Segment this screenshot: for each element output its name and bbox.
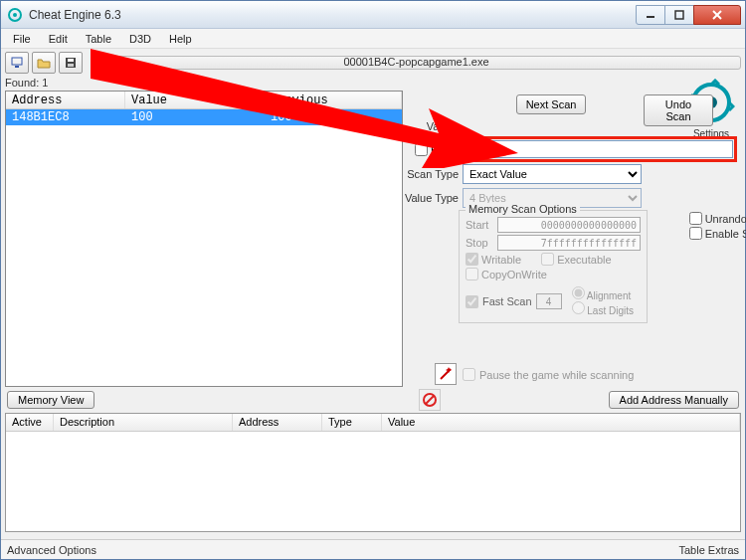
- open-process-button[interactable]: [5, 52, 29, 74]
- result-previous: 100: [265, 109, 402, 125]
- maximize-button[interactable]: [664, 5, 694, 25]
- advanced-options-link[interactable]: Advanced Options: [7, 544, 96, 556]
- executable-checkbox: [541, 253, 554, 266]
- scan-type-label: Scan Type: [403, 168, 463, 180]
- clear-list-button[interactable]: [419, 389, 441, 411]
- col-address[interactable]: Address: [6, 92, 125, 108]
- result-value: 100: [125, 109, 265, 125]
- address-list-table[interactable]: Active Description Address Type Value: [5, 413, 741, 532]
- col-description[interactable]: Description: [54, 414, 233, 431]
- add-address-manually-button[interactable]: Add Address Manually: [609, 391, 739, 409]
- fastscan-input: [536, 293, 562, 309]
- open-file-button[interactable]: [32, 52, 56, 74]
- menu-d3d[interactable]: D3D: [121, 31, 159, 47]
- menu-edit[interactable]: Edit: [41, 31, 76, 47]
- value-input[interactable]: [457, 140, 733, 158]
- window-title: Cheat Engine 6.3: [29, 8, 637, 22]
- menu-help[interactable]: Help: [161, 31, 200, 47]
- svg-rect-8: [15, 66, 19, 68]
- close-button[interactable]: [693, 5, 741, 25]
- wand-icon: [439, 367, 453, 381]
- memory-view-button[interactable]: Memory View: [7, 391, 94, 409]
- result-row[interactable]: 148B1EC8 100 100: [6, 109, 402, 125]
- value-input-highlight: [453, 136, 737, 162]
- menu-table[interactable]: Table: [78, 31, 119, 47]
- folder-open-icon: [37, 56, 51, 70]
- scan-results-table[interactable]: Address Value Previous 148B1EC8 100 100: [5, 91, 403, 387]
- unrandomizer-checkbox[interactable]: [689, 212, 702, 225]
- writable-checkbox: [466, 253, 478, 266]
- svg-rect-3: [675, 11, 683, 19]
- col-previous[interactable]: Previous: [265, 92, 402, 108]
- speedhack-checkbox[interactable]: [689, 227, 702, 240]
- minimize-button[interactable]: [636, 5, 665, 25]
- table-extras-link[interactable]: Table Extras: [678, 544, 739, 556]
- lua-engine-button[interactable]: [435, 363, 457, 385]
- col-val2[interactable]: Value: [382, 414, 740, 431]
- menubar: File Edit Table D3D Help: [1, 29, 745, 49]
- col-addr2[interactable]: Address: [233, 414, 322, 431]
- fastscan-checkbox: [466, 295, 478, 308]
- pause-checkbox: [463, 368, 475, 381]
- svg-rect-7: [12, 58, 22, 65]
- col-type[interactable]: Type: [322, 414, 382, 431]
- process-name: 00001B4C-popcapgame1.exe: [343, 56, 488, 68]
- titlebar[interactable]: Cheat Engine 6.3: [1, 1, 745, 29]
- address-list-body[interactable]: [6, 432, 740, 531]
- found-count: Found: 1: [5, 77, 741, 89]
- col-active[interactable]: Active: [6, 414, 54, 431]
- alignment-radio: [572, 286, 585, 299]
- process-bar[interactable]: 00001B4C-popcapgame1.exe: [92, 56, 741, 70]
- fastscan-label: Fast Scan: [482, 295, 532, 307]
- svg-point-1: [13, 13, 17, 17]
- svg-line-16: [426, 396, 434, 404]
- stop-input: [497, 235, 641, 251]
- col-value[interactable]: Value: [125, 92, 265, 108]
- save-button[interactable]: [59, 52, 83, 74]
- app-icon: [7, 7, 23, 23]
- start-label: Start: [466, 219, 493, 231]
- hex-checkbox[interactable]: [415, 143, 428, 156]
- floppy-icon: [64, 56, 78, 70]
- start-input: [497, 217, 641, 233]
- pause-label: Pause the game while scanning: [479, 369, 634, 381]
- value-label: Value:: [409, 120, 461, 132]
- scan-panel: Next Scan Undo Scan Value: Hex Scan Type…: [409, 91, 741, 387]
- memopts-title: Memory Scan Options: [466, 203, 580, 215]
- statusbar: Advanced Options Table Extras: [1, 539, 745, 559]
- lastdigits-radio: [572, 301, 585, 314]
- result-address: 148B1EC8: [6, 109, 125, 125]
- no-entry-icon: [422, 392, 438, 408]
- stop-label: Stop: [466, 237, 493, 249]
- scan-type-select[interactable]: Exact Value: [463, 164, 642, 184]
- results-header: Address Value Previous: [6, 92, 402, 109]
- next-scan-button[interactable]: Next Scan: [516, 94, 586, 114]
- cow-checkbox: [466, 268, 478, 280]
- memory-scan-options: Memory Scan Options Start Stop Writable …: [459, 210, 648, 323]
- menu-file[interactable]: File: [5, 31, 39, 47]
- value-type-label: Value Type: [403, 192, 463, 204]
- svg-rect-11: [68, 64, 74, 67]
- hex-label: Hex: [431, 143, 451, 155]
- computer-icon: [10, 56, 24, 70]
- svg-rect-10: [68, 59, 74, 62]
